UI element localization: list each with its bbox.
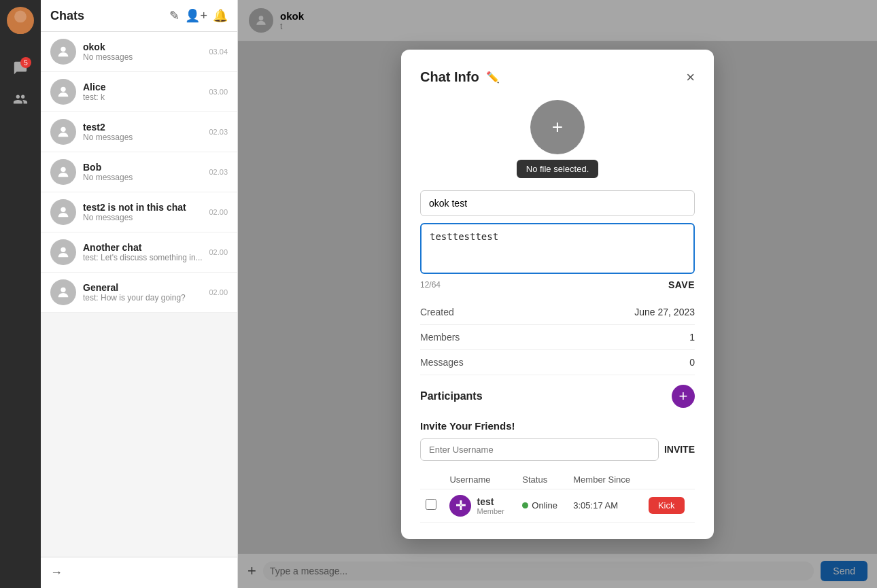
- participants-row: Participants +: [420, 375, 695, 413]
- member-kick-cell: Kick: [643, 489, 695, 522]
- chat-list: Chats ✎ 👤+ 🔔 okok No messages 03.04 Alic…: [41, 0, 238, 588]
- svg-point-5: [61, 167, 65, 172]
- save-button[interactable]: SAVE: [668, 279, 695, 290]
- invite-row: INVITE: [420, 438, 695, 461]
- table-header-checkbox: [420, 470, 444, 489]
- chat-list-title: Chats: [50, 9, 84, 23]
- add-contact-icon[interactable]: 👤+: [185, 8, 207, 23]
- svg-point-3: [61, 87, 65, 92]
- invite-button[interactable]: INVITE: [664, 438, 695, 461]
- table-header-member-since: Member Since: [568, 470, 643, 489]
- chat-item-test2-not[interactable]: test2 is not in this chat No messages 02…: [41, 192, 237, 232]
- chat-avatar: [50, 39, 76, 65]
- description-wrapper: testtesttest: [420, 223, 695, 277]
- chat-avatar: [50, 119, 76, 145]
- edit-icon-button[interactable]: ✏️: [486, 71, 500, 84]
- chat-item-okok[interactable]: okok No messages 03.04: [41, 32, 237, 72]
- table-header-username: Username: [444, 470, 517, 489]
- logout-button[interactable]: →: [41, 557, 237, 588]
- svg-point-1: [11, 22, 31, 34]
- member-avatar: ✛: [449, 495, 471, 517]
- svg-point-8: [61, 288, 65, 292]
- modal-title: Chat Info: [420, 69, 479, 85]
- chat-item-alice[interactable]: Alice test: k 03.00: [41, 72, 237, 112]
- chat-avatar: [50, 239, 76, 265]
- svg-point-2: [61, 47, 65, 52]
- chats-sidebar-icon[interactable]: 5: [8, 56, 33, 80]
- chat-avatar: [50, 79, 76, 105]
- info-row-messages: Messages 0: [420, 350, 695, 375]
- main-area: okok t + Send Chat Info ✏️ × +: [238, 0, 877, 588]
- counter-row: 12/64 SAVE: [420, 279, 695, 290]
- svg-point-6: [61, 207, 65, 212]
- chat-item-another[interactable]: Another chat test: Let's discuss somethi…: [41, 232, 237, 273]
- no-file-tooltip: No file selected.: [517, 160, 599, 178]
- notifications-icon[interactable]: 🔔: [213, 8, 228, 23]
- invite-username-input[interactable]: [420, 438, 659, 461]
- member-status: Online: [532, 500, 557, 511]
- add-participant-button[interactable]: +: [672, 385, 695, 408]
- chat-item-test2[interactable]: test2 No messages 02.03: [41, 112, 237, 152]
- modal-close-button[interactable]: ×: [686, 69, 695, 86]
- compose-icon[interactable]: ✎: [169, 8, 179, 23]
- modal-title-row: Chat Info ✏️: [420, 69, 500, 85]
- info-row-members: Members 1: [420, 325, 695, 350]
- member-username: test: [477, 496, 504, 507]
- chat-avatar: [50, 199, 76, 225]
- table-header-action: [643, 470, 695, 489]
- participants-label: Participants: [420, 390, 483, 402]
- svg-point-4: [61, 127, 65, 132]
- member-since-cell: 3:05:17 AM: [568, 489, 643, 522]
- sidebar: 5: [0, 0, 41, 588]
- svg-point-7: [61, 247, 65, 252]
- chat-item-bob[interactable]: Bob No messages 02.03: [41, 152, 237, 192]
- members-table: Username Status Member Since ✛: [420, 470, 695, 523]
- avatar-upload-button[interactable]: +: [530, 100, 585, 154]
- logout-icon: →: [50, 566, 63, 580]
- description-textarea[interactable]: testtesttest: [420, 223, 695, 274]
- chat-name-input[interactable]: [420, 190, 695, 216]
- member-status-cell: Online: [517, 489, 568, 522]
- chat-badge: 5: [20, 57, 31, 68]
- chat-item-general[interactable]: General test: How is your day going? 02.…: [41, 273, 237, 313]
- chat-avatar: [50, 159, 76, 185]
- sidebar-user-avatar[interactable]: [7, 7, 34, 34]
- table-header-status: Status: [517, 470, 568, 489]
- table-row: ✛ test Member Online: [420, 489, 695, 522]
- modal-header: Chat Info ✏️ ×: [420, 69, 695, 86]
- chat-list-header: Chats ✎ 👤+ 🔔: [41, 0, 237, 32]
- chat-info-modal: Chat Info ✏️ × + No file selected. testt…: [401, 50, 714, 539]
- member-role: Member: [477, 507, 504, 515]
- contacts-sidebar-icon[interactable]: [8, 87, 33, 111]
- avatar-upload-section: + No file selected.: [420, 100, 695, 178]
- status-dot-online: [522, 502, 528, 508]
- member-checkbox-cell: [420, 489, 444, 522]
- chat-avatar: [50, 279, 76, 305]
- svg-point-0: [14, 11, 27, 23]
- invite-title: Invite Your Friends!: [420, 420, 695, 432]
- kick-button[interactable]: Kick: [649, 497, 685, 514]
- chat-list-actions: ✎ 👤+ 🔔: [169, 8, 228, 23]
- member-checkbox[interactable]: [426, 499, 436, 510]
- char-counter: 12/64: [420, 280, 441, 290]
- svg-point-10: [559, 128, 586, 156]
- chat-info: okok No messages: [83, 41, 203, 62]
- info-row-created: Created June 27, 2023: [420, 300, 695, 325]
- modal-overlay: Chat Info ✏️ × + No file selected. testt…: [238, 0, 877, 588]
- member-name-cell: ✛ test Member: [444, 489, 517, 522]
